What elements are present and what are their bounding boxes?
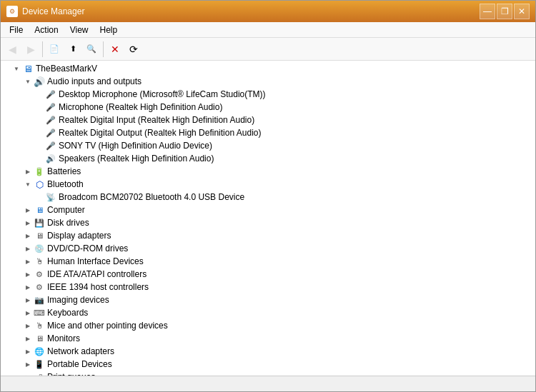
batteries-label: Batteries [47,166,81,176]
tree-item-computer[interactable]: 🖥 Computer [1,203,535,216]
disk-label: Disk drives [47,218,89,228]
uninstall-button[interactable]: ✕ [106,41,124,58]
mice-expand-icon[interactable] [24,321,32,330]
dvd-icon: 💿 [34,243,45,254]
toolbar-separator-1 [42,41,43,57]
tree-item-monitors[interactable]: 🖥 Monitors [1,332,535,345]
bluetooth-icon: ⬡ [34,179,45,190]
portable-icon: 📱 [34,358,45,370]
scan-hardware-button[interactable]: 🔍 [83,41,100,58]
audio3-label: Realtek Digital Input (Realtek High Defi… [59,115,254,125]
tree-item-keyboards[interactable]: ⌨ Keyboards [1,306,535,319]
tree-item-audio4[interactable]: 🎤 Realtek Digital Output (Realtek High D… [1,126,535,139]
menu-file[interactable]: File [4,24,29,36]
mice-label: Mice and other pointing devices [47,321,168,331]
device-manager-window: ⚙ Device Manager — ❐ ✕ File Action View … [0,0,536,392]
minimize-button[interactable]: — [480,4,495,19]
app-icon: ⚙ [6,6,18,17]
scan-changes-button[interactable]: ⟳ [125,41,142,58]
computer-label: Computer [47,205,85,215]
title-bar-left: ⚙ Device Manager [6,6,84,17]
tree-item-bluetooth[interactable]: ⬡ Bluetooth [1,178,535,191]
dvd-expand-icon[interactable] [24,244,32,253]
tree-item-audio5[interactable]: 🎤 SONY TV (High Definition Audio Device) [1,139,535,152]
keyboards-icon: ⌨ [34,307,45,318]
tree-item-audio6[interactable]: 🔊 Speakers (Realtek High Definition Audi… [1,152,535,165]
tree-item-bt1[interactable]: 📡 Broadcom BCM20702 Bluetooth 4.0 USB De… [1,191,535,203]
display-expand-icon[interactable] [24,231,32,240]
audio4-label: Realtek Digital Output (Realtek High Def… [59,128,261,138]
portable-label: Portable Devices [47,359,112,369]
window-title: Device Manager [22,6,84,16]
ieee-label: IEEE 1394 host controllers [47,282,149,292]
keyboards-expand-icon[interactable] [24,308,32,317]
restore-button[interactable]: ❐ [497,4,512,19]
close-button[interactable]: ✕ [514,4,530,19]
toolbar-separator-2 [103,41,104,57]
update-driver-button[interactable]: ⬆ [64,41,81,58]
tree-item-print[interactable]: 🖨 Print queues [1,371,535,376]
display-icon: 🖥 [34,230,45,241]
bluetooth-expand-icon[interactable] [24,180,32,189]
keyboards-label: Keyboards [47,308,88,318]
imaging-expand-icon[interactable] [24,296,32,304]
audio2-label: Microphone (Realtek High Definition Audi… [59,102,222,112]
disk-expand-icon[interactable] [24,218,32,227]
audio-expand-icon[interactable] [24,77,32,86]
forward-button[interactable]: ▶ [22,41,39,58]
disk-icon: 💾 [34,217,45,228]
tree-item-audio3[interactable]: 🎤 Realtek Digital Input (Realtek High De… [1,114,535,126]
menu-help[interactable]: Help [94,24,124,36]
audio3-icon: 🎤 [45,114,56,126]
root-label: TheBeastMarkV [36,64,97,74]
batteries-expand-icon[interactable] [24,167,32,176]
audio1-icon: 🎤 [45,89,56,100]
menu-bar: File Action View Help [1,22,535,38]
batteries-icon: 🔋 [34,166,45,177]
tree-item-network[interactable]: 🌐 Network adapters [1,345,535,358]
device-tree[interactable]: 🖥 TheBeastMarkV 🔊 Audio inputs and outpu… [1,61,535,376]
hid-label: Human Interface Devices [47,256,144,266]
portable-expand-icon[interactable] [24,360,32,368]
ide-icon: ⚙ [34,268,45,280]
audio1-label: Desktop Microphone (Microsoft® LifeCam S… [59,89,266,99]
hid-expand-icon[interactable] [24,257,32,266]
monitors-label: Monitors [47,333,80,343]
tree-item-imaging[interactable]: 📷 Imaging devices [1,293,535,306]
title-bar: ⚙ Device Manager — ❐ ✕ [1,1,535,22]
network-icon: 🌐 [34,346,45,357]
properties-button[interactable]: 📄 [46,41,63,58]
back-button[interactable]: ◀ [4,41,21,58]
audio6-icon: 🔊 [45,153,56,164]
tree-root[interactable]: 🖥 TheBeastMarkV [1,62,535,75]
menu-action[interactable]: Action [29,24,64,36]
tree-item-mice[interactable]: 🖱 Mice and other pointing devices [1,319,535,332]
ide-label: IDE ATA/ATAPI controllers [47,269,147,279]
bt1-icon: 📡 [45,191,56,203]
network-expand-icon[interactable] [24,347,32,356]
ide-expand-icon[interactable] [24,270,32,278]
audio2-icon: 🎤 [45,101,56,113]
computer-expand-icon[interactable] [24,206,32,214]
tree-item-audio[interactable]: 🔊 Audio inputs and outputs [1,75,535,88]
tree-item-audio1[interactable]: 🎤 Desktop Microphone (Microsoft® LifeCam… [1,88,535,101]
tree-item-disk[interactable]: 💾 Disk drives [1,216,535,229]
tree-item-dvd[interactable]: 💿 DVD/CD-ROM drives [1,242,535,255]
ieee-expand-icon[interactable] [24,283,32,291]
monitors-expand-icon[interactable] [24,334,32,343]
menu-view[interactable]: View [64,24,94,36]
audio6-label: Speakers (Realtek High Definition Audio) [59,154,214,164]
mice-icon: 🖱 [34,320,45,331]
audio-label: Audio inputs and outputs [47,76,142,86]
tree-item-portable[interactable]: 📱 Portable Devices [1,358,535,371]
tree-item-batteries[interactable]: 🔋 Batteries [1,165,535,178]
ieee-icon: ⚙ [34,281,45,293]
imaging-label: Imaging devices [47,295,109,305]
tree-item-audio2[interactable]: 🎤 Microphone (Realtek High Definition Au… [1,101,535,114]
root-expand-icon[interactable] [12,64,21,73]
tree-item-display[interactable]: 🖥 Display adapters [1,229,535,242]
tree-item-ieee[interactable]: ⚙ IEEE 1394 host controllers [1,281,535,293]
tree-item-hid[interactable]: 🖱 Human Interface Devices [1,255,535,268]
tree-item-ide[interactable]: ⚙ IDE ATA/ATAPI controllers [1,268,535,281]
bluetooth-label: Bluetooth [47,179,84,189]
